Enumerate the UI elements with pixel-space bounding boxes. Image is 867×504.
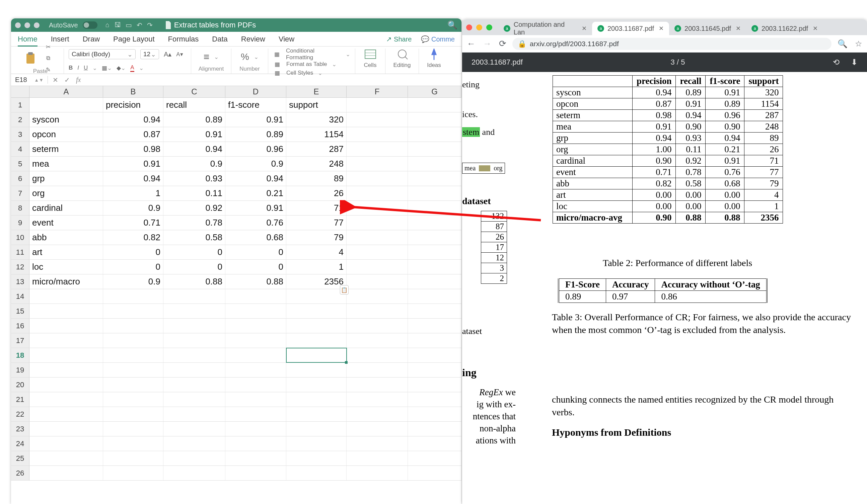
- cell[interactable]: seterm: [30, 142, 103, 156]
- cell[interactable]: 0.91: [103, 157, 163, 171]
- tab-view[interactable]: View: [279, 35, 295, 44]
- paste-options-icon[interactable]: 📋: [340, 285, 349, 295]
- cell[interactable]: [30, 348, 103, 362]
- cell[interactable]: [103, 348, 163, 362]
- cell[interactable]: [346, 407, 408, 421]
- underline-button[interactable]: U: [84, 65, 88, 71]
- bookmark-icon[interactable]: ☆: [855, 39, 862, 48]
- cell[interactable]: 0.88: [225, 274, 286, 289]
- cell[interactable]: [225, 377, 286, 392]
- cell[interactable]: [346, 230, 408, 245]
- close-icon[interactable]: [466, 24, 472, 31]
- cell[interactable]: [408, 436, 461, 451]
- cell[interactable]: [346, 157, 408, 171]
- cell[interactable]: 0.71: [103, 216, 163, 230]
- cell[interactable]: [408, 304, 461, 318]
- row-header[interactable]: 7: [11, 186, 30, 200]
- minimize-icon[interactable]: [24, 22, 30, 28]
- tab-review[interactable]: Review: [241, 35, 265, 44]
- cell[interactable]: [346, 216, 408, 230]
- cell[interactable]: [408, 451, 461, 465]
- cell[interactable]: [103, 451, 163, 465]
- col-header[interactable]: G: [408, 86, 461, 97]
- cell[interactable]: [225, 422, 286, 436]
- cell[interactable]: [103, 436, 163, 451]
- close-icon[interactable]: [15, 22, 21, 28]
- cell[interactable]: [286, 451, 346, 465]
- cell[interactable]: [225, 333, 286, 348]
- cell[interactable]: [103, 363, 163, 377]
- row-header[interactable]: 12: [11, 260, 30, 274]
- cell[interactable]: [163, 333, 225, 348]
- tab-home[interactable]: Home: [18, 35, 38, 46]
- cell[interactable]: mea: [30, 157, 103, 171]
- window-controls[interactable]: [15, 22, 40, 28]
- download-icon[interactable]: ⬇: [851, 57, 858, 67]
- cell[interactable]: [286, 319, 346, 333]
- row-header[interactable]: 17: [11, 333, 30, 348]
- cell[interactable]: [30, 319, 103, 333]
- cell[interactable]: 0.93: [163, 171, 225, 186]
- cell[interactable]: [408, 186, 461, 200]
- cond-format-button[interactable]: Conditional Formatting: [286, 47, 341, 61]
- format-table-button[interactable]: Format as Table: [286, 61, 327, 68]
- cell[interactable]: [408, 245, 461, 259]
- decrease-font-icon[interactable]: A▾: [176, 51, 183, 58]
- row-header[interactable]: 20: [11, 377, 30, 392]
- cell[interactable]: 0.9: [225, 157, 286, 171]
- cell[interactable]: [286, 333, 346, 348]
- cell[interactable]: [346, 422, 408, 436]
- cut-icon[interactable]: ✂: [44, 43, 53, 51]
- cell[interactable]: 0.94: [103, 112, 163, 127]
- cell[interactable]: 0.89: [225, 127, 286, 142]
- cell[interactable]: 0.94: [103, 171, 163, 186]
- cell[interactable]: [346, 333, 408, 348]
- cell[interactable]: [225, 451, 286, 465]
- cell[interactable]: 26: [286, 186, 346, 200]
- cell[interactable]: 0: [103, 245, 163, 259]
- italic-button[interactable]: I: [77, 65, 79, 71]
- sheet-icon[interactable]: ▭: [126, 21, 132, 29]
- cell[interactable]: [103, 333, 163, 348]
- home-icon[interactable]: ⌂: [106, 21, 109, 29]
- tab-draw[interactable]: Draw: [83, 35, 100, 44]
- cell[interactable]: [163, 348, 225, 362]
- redo-icon[interactable]: ↷: [147, 21, 153, 29]
- ideas-button[interactable]: Ideas: [424, 48, 445, 69]
- cell[interactable]: [30, 98, 103, 112]
- cell[interactable]: 0: [225, 260, 286, 274]
- cell-styles-icon[interactable]: ▦: [273, 69, 282, 77]
- cell[interactable]: [408, 201, 461, 215]
- number-format-icon[interactable]: %: [241, 52, 249, 62]
- cell[interactable]: [408, 392, 461, 407]
- cell[interactable]: [163, 407, 225, 421]
- cell[interactable]: [286, 422, 346, 436]
- window-controls[interactable]: [466, 24, 492, 31]
- cell[interactable]: [408, 319, 461, 333]
- cell[interactable]: 0.87: [103, 127, 163, 142]
- cell[interactable]: [346, 98, 408, 112]
- cell[interactable]: loc: [30, 260, 103, 274]
- increase-font-icon[interactable]: A▴: [164, 50, 171, 58]
- cell[interactable]: [30, 363, 103, 377]
- cell[interactable]: [408, 216, 461, 230]
- cell[interactable]: [286, 348, 346, 362]
- cell[interactable]: 0: [163, 260, 225, 274]
- cell[interactable]: 0: [103, 260, 163, 274]
- row-header[interactable]: 15: [11, 304, 30, 318]
- cell[interactable]: [30, 466, 103, 480]
- cell[interactable]: 77: [286, 216, 346, 230]
- row-header[interactable]: 19: [11, 363, 30, 377]
- cell[interactable]: 0.76: [225, 216, 286, 230]
- cell[interactable]: [346, 304, 408, 318]
- cell[interactable]: opcon: [30, 127, 103, 142]
- cell[interactable]: 0.91: [225, 201, 286, 215]
- col-header[interactable]: D: [225, 86, 286, 97]
- cell[interactable]: 0.9: [103, 201, 163, 215]
- cancel-formula-icon[interactable]: ✕: [53, 76, 58, 84]
- cell[interactable]: [346, 319, 408, 333]
- cell[interactable]: [30, 436, 103, 451]
- row-header[interactable]: 10: [11, 230, 30, 245]
- cell[interactable]: [103, 407, 163, 421]
- cell[interactable]: 0.88: [163, 274, 225, 289]
